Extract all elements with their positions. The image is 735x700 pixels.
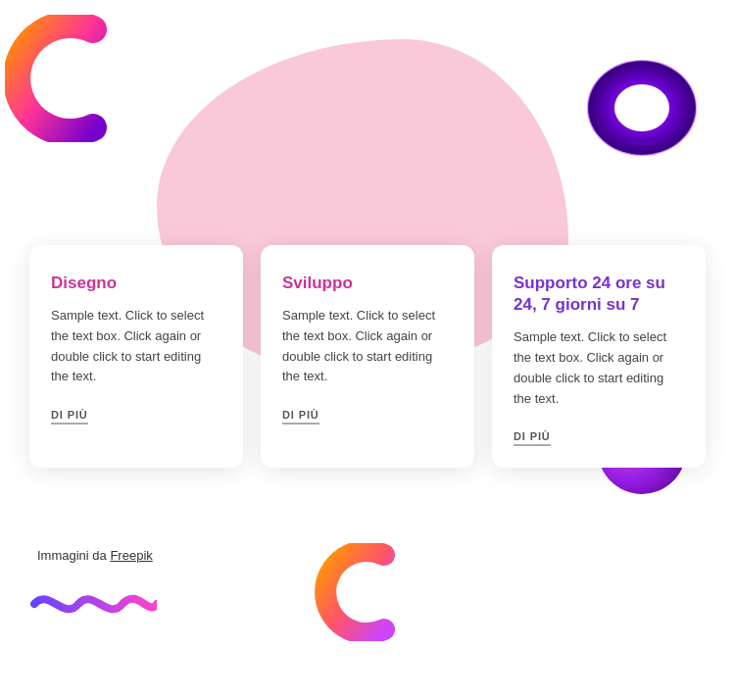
card-disegno-title: Disegno (51, 273, 221, 294)
wave-bottomleft-icon (29, 582, 157, 626)
svg-point-1 (614, 84, 669, 131)
card-disegno-link[interactable]: DI PIÙ (51, 409, 88, 425)
page-container: Disegno Sample text. Click to select the… (0, 0, 735, 700)
freepik-link[interactable]: Freepik (110, 548, 152, 563)
cards-container: Disegno Sample text. Click to select the… (29, 245, 706, 468)
card-disegno-body: Sample text. Click to select the text bo… (51, 306, 221, 387)
footer-text: Immagini da (37, 548, 110, 563)
card-supporto: Supporto 24 ore su 24, 7 giorni su 7 Sam… (492, 245, 706, 468)
card-sviluppo: Sviluppo Sample text. Click to select th… (261, 245, 474, 468)
card-supporto-title: Supporto 24 ore su 24, 7 giorni su 7 (514, 273, 684, 316)
card-supporto-body: Sample text. Click to select the text bo… (514, 327, 684, 409)
card-sviluppo-body: Sample text. Click to select the text bo… (282, 306, 453, 387)
c-shape-topleft-icon (5, 15, 113, 142)
torus-topright-icon (583, 54, 701, 162)
card-supporto-link[interactable]: DI PIÙ (514, 430, 551, 446)
card-sviluppo-link[interactable]: DI PIÙ (282, 409, 319, 425)
footer-note: Immagini da Freepik (37, 548, 153, 563)
c-shape-bottomcenter-icon (314, 543, 402, 641)
card-disegno: Disegno Sample text. Click to select the… (29, 245, 243, 468)
card-sviluppo-title: Sviluppo (282, 273, 453, 294)
